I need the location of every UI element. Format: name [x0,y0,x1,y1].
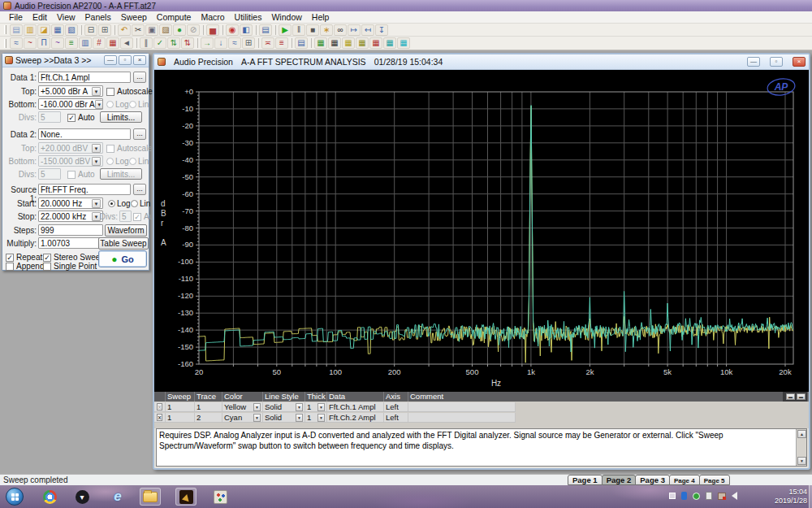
macro-pause-icon[interactable]: ‖ [292,24,305,36]
fft-panel-icon[interactable]: Π [37,37,50,49]
speaker-monitor-icon[interactable]: ◄ [120,37,133,49]
sweep-panel-titlebar[interactable]: Sweep >>Data 3 >> — ▫ × [2,54,149,67]
step-out-icon[interactable]: ↧ [375,24,388,36]
explorer-taskbar-icon[interactable] [140,488,161,506]
show-desktop-button[interactable] [809,485,812,508]
data1-input[interactable]: Fft.Ch.1 Ampl [38,72,131,83]
update-ok-icon[interactable] [693,493,700,500]
toolbar-grip[interactable] [4,39,6,48]
single-point-checkbox[interactable]: Single Point [43,262,97,271]
chevron-down-icon[interactable]: ▼ [317,403,325,411]
sweep-go-icon[interactable]: ● [173,24,186,36]
color-graph-icon[interactable]: ▅ [206,24,219,36]
data-grid-red-icon[interactable]: ▦ [369,37,382,49]
graph-titlebar[interactable]: Audio Precision A-A FFT SPECTRUM ANALYSI… [154,54,809,70]
menu-sweep[interactable]: Sweep [116,11,152,23]
mouse-trigger-icon[interactable]: ◉ [226,24,239,36]
menu-compute[interactable]: Compute [152,11,197,23]
trace-table-scrollbar[interactable]: ▬ ▬ [783,392,807,402]
menu-window[interactable]: Window [266,11,306,23]
print-icon[interactable]: ⊟ [84,24,97,36]
open-test-icon[interactable]: ▥ [24,24,37,36]
digital-generator-icon[interactable]: ~ [51,37,64,49]
minimize-icon[interactable]: — [104,55,117,65]
print-preview-icon[interactable]: ⊞ [98,24,111,36]
chevron-down-icon[interactable]: ▼ [296,403,303,411]
maximize-icon[interactable]: ▫ [119,55,132,65]
scroll-up-icon[interactable]: ▲ [797,430,806,438]
ap2700-taskbar-icon[interactable] [175,488,197,506]
sweep-stop-icon[interactable]: ⊘ [187,24,200,36]
menu-utilities[interactable]: Utilities [230,11,267,23]
undo-icon[interactable]: ↶ [118,24,131,36]
barcode-panel-icon[interactable]: ∥ [140,37,153,49]
source1-browse-button[interactable]: ... [133,184,146,195]
row-select-box[interactable]: x [157,414,162,421]
copy-panel-icon[interactable]: ◧ [240,24,253,36]
tray-show-icons-icon[interactable] [669,493,676,499]
probe-icon[interactable]: ✓ [153,37,166,49]
step-into-icon[interactable]: ↦ [348,24,361,36]
browser-taskbar-icon[interactable]: ▾ [71,488,93,506]
multiply-input[interactable]: 1.00703 [38,237,103,249]
macro-watch-icon[interactable]: ∞ [334,24,347,36]
settling-panel-icon[interactable]: ≡ [65,37,78,49]
chevron-down-icon[interactable]: ▼ [317,414,325,422]
source1-input[interactable]: Fft.FFT Freq. [38,184,131,195]
start-button[interactable] [6,488,24,506]
data1-bottom-combo[interactable]: -160.000 dBr A▼ [38,98,103,110]
menu-file[interactable]: File [4,11,28,23]
data1-top-combo[interactable]: +5.000 dBr A▼ [38,85,103,97]
save-as-icon[interactable]: ▧ [65,24,78,36]
stop-combo[interactable]: 22.0000 kHz▼ [38,211,103,222]
data-grid-dark-icon[interactable]: ▦ [328,37,341,49]
toolbar-grip[interactable] [4,25,6,34]
digital-io-icon[interactable]: # [93,37,106,49]
regulation-panel-icon[interactable]: ≍ [261,37,274,49]
save-test-icon[interactable]: ▦ [51,24,64,36]
analog-analyzer-icon[interactable]: ≈ [10,37,23,49]
scroll-right-button[interactable]: ▬ [797,393,806,400]
maximize-icon[interactable]: ▫ [770,57,783,67]
chrome-taskbar-icon[interactable] [39,488,60,506]
data-grid-green-icon[interactable]: ▦ [314,37,327,49]
bar-meter-green-icon[interactable]: ⇅ [167,37,180,49]
taskbar-clock[interactable]: 15:04 2019/1/28 [775,488,807,506]
data-grid-olive-icon[interactable]: ▦ [356,37,369,49]
analog-generator-icon[interactable]: ~ [24,37,37,49]
close-icon[interactable]: × [793,57,806,67]
status-bits-icon[interactable]: ▦ [106,37,119,49]
learn-mode-icon[interactable]: ≡ [275,37,288,49]
graph-panel-icon[interactable]: ≈ [228,37,241,49]
close-icon[interactable]: × [133,55,146,65]
data-editor-icon[interactable]: ⊞ [242,37,255,49]
copy-icon[interactable]: ▣ [145,24,158,36]
source-lin-radio[interactable]: Lin [131,199,150,208]
trace-row-2[interactable]: x 1 2 Cyan▼ Solid▼ 1▼ Fft.Ch.2 Ampl Left [154,413,516,423]
menu-view[interactable]: View [52,11,80,23]
append-test-icon[interactable]: ◪ [37,24,50,36]
chevron-down-icon[interactable]: ▼ [253,414,261,422]
tab-page-1[interactable]: Page 1 [568,475,603,485]
data2-input[interactable]: None. [38,128,131,140]
macro-hand-icon[interactable]: ∗ [320,24,333,36]
step-over-icon[interactable]: ↤ [361,24,374,36]
comment-scrollbar[interactable]: ▲ ▼ [796,429,806,466]
start-combo[interactable]: 20.0000 Hz▼ [38,198,103,209]
tab-page-5[interactable]: Page 5 [699,475,730,485]
steps-input[interactable]: 999 [38,224,103,236]
scroll-left-button[interactable]: ▬ [786,393,795,400]
ie-taskbar-icon[interactable]: e [107,488,128,506]
trace-row-1[interactable]: x 1 1 Yellow▼ Solid▼ 1▼ Fft.Ch.1 Ampl Le… [154,402,516,412]
menu-macro[interactable]: Macro [196,11,229,23]
new-test-icon[interactable]: ▤ [10,24,23,36]
paint-taskbar-icon[interactable] [209,488,231,506]
data2-browse-button[interactable]: ... [133,128,146,140]
sweep-start-icon[interactable]: → [201,37,214,49]
cut-icon[interactable]: ✂ [132,24,145,36]
macro-editor-icon[interactable]: ▤ [259,24,272,36]
tab-page-2[interactable]: Page 2 [602,475,637,485]
tab-page-4[interactable]: Page 4 [669,475,700,485]
volume-icon[interactable] [732,492,737,500]
menu-edit[interactable]: Edit [28,11,52,23]
